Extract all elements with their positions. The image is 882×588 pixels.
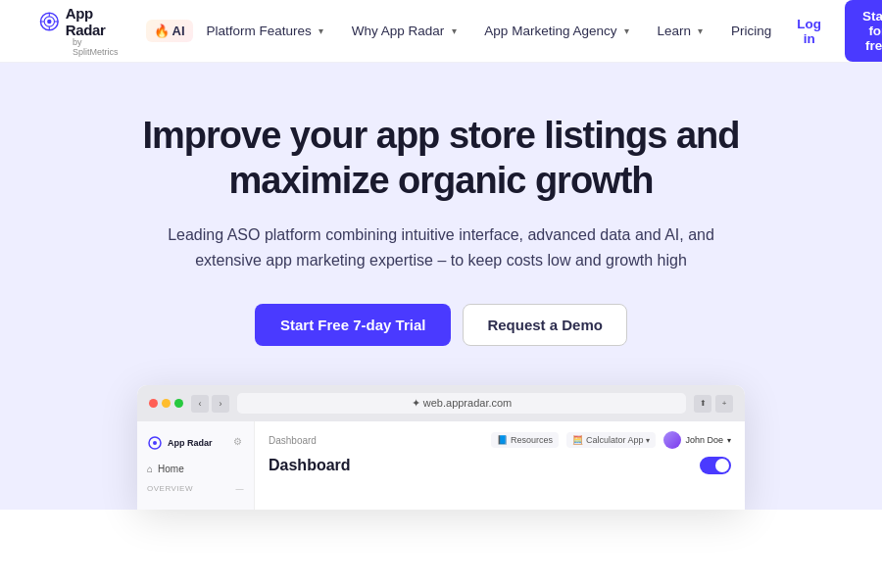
calc-icon: 🧮 (572, 435, 583, 445)
nav-learn[interactable]: Learn ▾ (647, 18, 717, 44)
logo-icon (39, 8, 60, 35)
home-icon: ⌂ (147, 464, 153, 474)
toggle-switch[interactable] (700, 457, 731, 474)
nav-why-appradar[interactable]: Why App Radar ▾ (342, 18, 471, 44)
browser-action-buttons: ⬆ + (694, 395, 733, 413)
browser-back-btn[interactable]: ‹ (191, 395, 209, 413)
logo-text: App Radar (66, 5, 119, 38)
sidebar-section-overview: OVERVIEW — (137, 479, 254, 495)
browser-bookmark-btn[interactable]: + (715, 395, 733, 413)
hero-subtitle: Leading ASO platform combining intuitive… (167, 222, 715, 272)
resources-badge[interactable]: 📘 Resources (491, 432, 559, 448)
app-sidebar-logo-text: App Radar (168, 438, 213, 448)
chevron-down-icon: ▾ (694, 24, 708, 38)
browser-dot-yellow (162, 399, 171, 408)
app-main-content: Dashboard 📘 Resources 🧮 Calculator App ▾ (255, 421, 745, 510)
browser-dots (149, 399, 183, 408)
calc-label: Calculator App (586, 435, 644, 445)
user-name: John Doe (685, 435, 723, 445)
chevron-down-icon: ▾ (447, 24, 461, 38)
nav-items: 🔥 AI Platform Features ▾ Why App Radar ▾… (146, 18, 782, 44)
demo-button[interactable]: Request a Demo (463, 304, 627, 346)
browser-content: App Radar ⚙ ⌂ Home OVERVIEW — Dashboard (137, 421, 745, 510)
app-topbar: Dashboard 📘 Resources 🧮 Calculator App ▾ (269, 431, 731, 449)
logo-subtext: by SplitMetrics (73, 37, 119, 57)
sidebar-home-item[interactable]: ⌂ Home (137, 459, 254, 479)
chevron-down-icon: ▾ (619, 24, 633, 38)
hero-buttons: Start Free 7-day Trial Request a Demo (39, 304, 843, 346)
chevron-down-icon: ▾ (727, 436, 731, 445)
browser-toolbar: ‹ › ✦ web.appradar.com ⬆ + (137, 385, 745, 421)
browser-nav-buttons: ‹ › (191, 395, 229, 413)
browser-dot-green (174, 399, 183, 408)
dashboard-title: Dashboard (269, 457, 351, 474)
logo[interactable]: App Radar by SplitMetrics (39, 5, 119, 57)
ai-label: AI (172, 24, 185, 38)
svg-point-2 (47, 20, 51, 24)
app-sidebar-logo: App Radar ⚙ (137, 431, 254, 459)
svg-point-8 (153, 441, 157, 445)
app-topbar-right: 📘 Resources 🧮 Calculator App ▾ John Doe … (491, 431, 731, 449)
browser-dot-red (149, 399, 158, 408)
trial-button[interactable]: Start Free 7-day Trial (255, 304, 451, 346)
app-logo-icon (147, 435, 163, 451)
browser-share-btn[interactable]: ⬆ (694, 395, 711, 413)
resources-label: Resources (511, 435, 553, 445)
hero-title: Improve your app store listings and maxi… (108, 114, 774, 203)
navigation: App Radar by SplitMetrics 🔥 AI Platform … (0, 0, 882, 63)
browser-url-bar[interactable]: ✦ web.appradar.com (237, 393, 686, 414)
nav-right: Log in Start for free (781, 0, 882, 62)
book-icon: 📘 (497, 435, 508, 445)
nav-platform-features[interactable]: Platform Features ▾ (197, 18, 338, 44)
chevron-down-icon: ▾ (315, 24, 328, 38)
dashboard-header: Dashboard (269, 457, 731, 474)
browser-forward-btn[interactable]: › (212, 395, 229, 413)
toggle-knob (715, 459, 729, 472)
nav-app-agency[interactable]: App Marketing Agency ▾ (474, 18, 643, 44)
gear-icon[interactable]: ⚙ (230, 436, 244, 450)
app-sidebar: App Radar ⚙ ⌂ Home OVERVIEW — (137, 421, 255, 510)
hero-section: Improve your app store listings and maxi… (0, 63, 882, 510)
nav-pricing[interactable]: Pricing (721, 18, 781, 44)
avatar (663, 431, 681, 449)
chevron-down-icon: ▾ (646, 436, 650, 445)
user-menu[interactable]: John Doe ▾ (663, 431, 731, 449)
calculator-badge[interactable]: 🧮 Calculator App ▾ (566, 432, 657, 448)
login-button[interactable]: Log in (781, 9, 837, 54)
browser-mockup: ‹ › ✦ web.appradar.com ⬆ + App Radar ⚙ (137, 385, 745, 510)
app-breadcrumb: Dashboard (269, 435, 317, 446)
ai-nav-item[interactable]: 🔥 AI (146, 20, 193, 42)
start-free-button[interactable]: Start for free (845, 0, 882, 62)
